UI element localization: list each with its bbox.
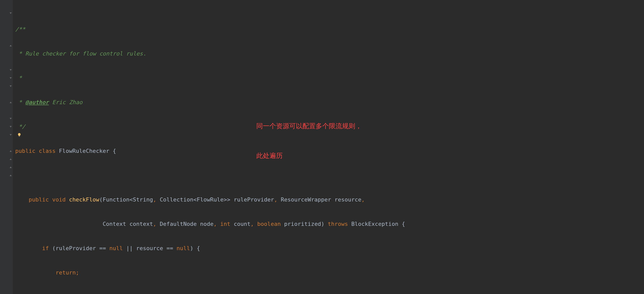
fold-toggle-icon[interactable] bbox=[9, 66, 13, 74]
comma: , bbox=[213, 220, 220, 228]
kw: if bbox=[42, 244, 52, 252]
sig: prioritized) bbox=[284, 220, 328, 228]
kw: null bbox=[177, 244, 190, 252]
kw: boolean bbox=[257, 220, 284, 228]
kw: public bbox=[15, 147, 39, 155]
comment-text: * Rule checker for flow control rules. bbox=[15, 50, 146, 58]
kw: void bbox=[52, 196, 69, 204]
fold-end-icon[interactable] bbox=[9, 155, 13, 163]
comma: , bbox=[153, 220, 160, 228]
sig: count bbox=[234, 220, 250, 228]
fold-end-icon[interactable] bbox=[9, 98, 13, 106]
code-line[interactable]: * bbox=[15, 74, 644, 82]
annotation-line: 同一个资源可以配置多个限流规则， bbox=[256, 121, 362, 131]
svg-rect-0 bbox=[19, 136, 20, 137]
class-name: FlowRuleChecker { bbox=[59, 147, 116, 155]
code-line[interactable]: public void checkFlow(Function<String, C… bbox=[15, 196, 644, 204]
sig: BlockException { bbox=[351, 220, 405, 228]
kw: null bbox=[109, 244, 126, 252]
indent bbox=[15, 269, 56, 277]
sig: Context context bbox=[103, 220, 153, 228]
annotation-line: 此处遍历 bbox=[256, 151, 362, 161]
code-line[interactable]: * Rule checker for flow control rules. bbox=[15, 50, 644, 58]
fold-toggle-icon[interactable] bbox=[9, 82, 13, 90]
indent bbox=[15, 244, 42, 252]
code-line[interactable]: return; bbox=[15, 269, 644, 277]
kw: public bbox=[29, 196, 52, 204]
fold-end-icon[interactable] bbox=[9, 163, 13, 171]
editor-gutter bbox=[0, 0, 13, 294]
fold-end-icon[interactable] bbox=[9, 147, 13, 155]
sig: DefaultNode node bbox=[160, 220, 214, 228]
comment-text: * bbox=[15, 98, 25, 106]
expr: || resource == bbox=[126, 244, 177, 252]
fold-toggle-icon[interactable] bbox=[9, 9, 13, 17]
user-annotation: 同一个资源可以配置多个限流规则， 此处遍历 bbox=[256, 101, 362, 180]
kw: class bbox=[39, 147, 59, 155]
fold-toggle-icon[interactable] bbox=[9, 123, 13, 131]
code-editor[interactable]: /** * Rule checker for flow control rule… bbox=[0, 0, 644, 294]
expr: (ruleProvider == bbox=[52, 244, 109, 252]
fold-toggle-icon[interactable] bbox=[9, 74, 13, 82]
code-area[interactable]: /** * Rule checker for flow control rule… bbox=[13, 0, 644, 294]
code-line[interactable]: /** bbox=[15, 25, 644, 33]
comma: , bbox=[153, 196, 160, 204]
comment-text: * bbox=[15, 74, 22, 82]
indent bbox=[15, 196, 29, 204]
code-line[interactable]: Context context, DefaultNode node, int c… bbox=[15, 220, 644, 228]
code-line[interactable]: if (ruleProvider == null || resource == … bbox=[15, 244, 644, 252]
comma: , bbox=[361, 196, 365, 204]
method-name: checkFlow bbox=[69, 196, 99, 204]
expr: ) { bbox=[190, 244, 200, 252]
sig: ResourceWrapper resource bbox=[281, 196, 361, 204]
kw: int bbox=[220, 220, 234, 228]
javadoc-tag: @author bbox=[25, 98, 49, 106]
fold-end-icon[interactable] bbox=[9, 171, 13, 179]
intention-bulb-icon[interactable] bbox=[16, 131, 22, 139]
fold-toggle-icon[interactable] bbox=[9, 115, 13, 123]
fold-toggle-icon[interactable] bbox=[9, 131, 13, 139]
comment-text: */ bbox=[15, 123, 25, 131]
comment-text: Eric Zhao bbox=[49, 98, 82, 106]
fold-end-icon[interactable] bbox=[9, 42, 13, 50]
kw: throws bbox=[328, 220, 351, 228]
comma: , bbox=[274, 196, 281, 204]
comma: , bbox=[250, 220, 257, 228]
indent bbox=[15, 220, 103, 228]
comment-text: /** bbox=[15, 25, 25, 33]
code-line[interactable]: } bbox=[15, 293, 644, 294]
sig: Collection<FlowRule>> ruleProvider bbox=[160, 196, 274, 204]
brace: } bbox=[42, 293, 45, 294]
sig: (Function<String bbox=[99, 196, 153, 204]
indent bbox=[15, 293, 42, 294]
kw: return; bbox=[56, 269, 79, 277]
